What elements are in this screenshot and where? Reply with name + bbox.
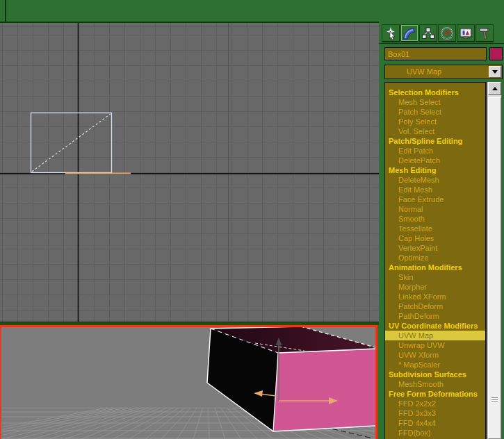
front-viewport-drawing <box>0 23 379 322</box>
grid-line <box>161 408 191 439</box>
modifier-list-item[interactable]: PathDeform <box>385 311 485 321</box>
modifier-list-item[interactable]: Cap Holes <box>385 233 485 243</box>
tab-modify[interactable] <box>400 24 418 42</box>
modifier-list-item[interactable]: FFD 4x4x4 <box>385 418 485 428</box>
grid-line <box>97 408 167 439</box>
modifier-category-header: Mesh Editing <box>385 165 485 175</box>
modifier-list-item[interactable]: Tessellate <box>385 224 485 233</box>
hierarchy-icon <box>421 26 435 40</box>
dropdown-arrow-button[interactable] <box>489 66 501 78</box>
modifier-list-item[interactable]: Poly Select <box>385 117 485 126</box>
modifier-list-scrollbar[interactable] <box>487 82 501 439</box>
modifier-dropdown-value: UVW Map <box>407 67 441 76</box>
perspective-viewport[interactable] <box>0 325 377 439</box>
modifier-list-item[interactable]: FFD(box) <box>385 428 485 438</box>
modifier-dropdown[interactable]: UVW Map <box>384 65 503 79</box>
modifier-list-item[interactable]: UVW Xform <box>385 350 485 360</box>
grid-line <box>113 408 173 439</box>
modifier-dropdown-list: Selection ModifiersMesh SelectPatch Sele… <box>384 82 486 439</box>
modifier-list-item[interactable]: Mesh Select <box>385 97 485 107</box>
display-icon <box>459 26 473 40</box>
modifier-list-item[interactable]: VertexPaint <box>385 243 485 253</box>
tab-create[interactable] <box>382 24 400 42</box>
grid-line <box>49 408 149 439</box>
grid-line <box>177 408 197 439</box>
modifier-category-header: Subdivision Surfaces <box>385 370 485 379</box>
modifier-list-item[interactable]: FFD 2x2x2 <box>385 399 485 408</box>
motion-icon <box>440 26 454 40</box>
grid-line <box>145 408 185 439</box>
grid-line <box>65 408 155 439</box>
modifier-list-item[interactable]: Unwrap UVW <box>385 340 485 350</box>
modifier-list-item[interactable]: UVW Map <box>385 331 485 340</box>
modifier-list-item[interactable]: Edit Patch <box>385 146 485 156</box>
box-front-face[interactable] <box>273 349 377 431</box>
modifier-list-item[interactable]: Skin <box>385 272 485 282</box>
grid-line <box>129 408 179 439</box>
tab-display[interactable] <box>457 24 475 42</box>
object-name-field[interactable] <box>384 47 487 60</box>
modifier-list-item[interactable]: Face Extrude <box>385 194 485 204</box>
grid-line <box>0 408 119 439</box>
modifier-list-item[interactable]: DeletePatch <box>385 156 485 165</box>
grid-line <box>209 408 209 439</box>
modifier-category-header: Selection Modifiers <box>385 88 485 97</box>
modifier-list-item[interactable]: MeshSmooth <box>385 379 485 389</box>
scrollbar-grip <box>491 397 498 403</box>
modifier-list-item[interactable]: Optimize <box>385 253 485 263</box>
modifier-list-item[interactable]: FFD 3x3x3 <box>385 408 485 418</box>
perspective-drawing <box>0 325 377 439</box>
modifier-list-item[interactable]: Vol. Select <box>385 126 485 136</box>
modifier-category-header: Animation Modifiers <box>385 263 485 272</box>
grid-line <box>0 408 125 439</box>
grid-line <box>0 408 107 439</box>
modifier-list-item[interactable]: PatchDeform <box>385 301 485 311</box>
modifier-list-item[interactable]: * MapScaler <box>385 360 485 370</box>
3dsmax-window: UVW Map Selection ModifiersMesh SelectPa… <box>0 0 504 439</box>
command-panel: UVW Map Selection ModifiersMesh SelectPa… <box>379 0 504 439</box>
triangle-up-icon <box>492 84 498 90</box>
object-color-swatch[interactable] <box>489 47 503 60</box>
modifier-list-item[interactable]: Smooth <box>385 214 485 224</box>
grid-line <box>193 408 203 439</box>
modifier-list-item[interactable]: Morpher <box>385 282 485 292</box>
tabs-underline <box>379 43 504 44</box>
titlebar-divider <box>5 0 6 22</box>
tab-utilities[interactable] <box>475 24 494 42</box>
chevron-down-icon <box>492 70 498 76</box>
command-panel-tabs <box>382 24 494 42</box>
modifier-list-item[interactable]: Patch Select <box>385 107 485 117</box>
modifier-list-item[interactable]: Linked XForm <box>385 292 485 301</box>
tab-hierarchy[interactable] <box>419 24 437 42</box>
utilities-icon <box>478 26 491 40</box>
grid-line <box>17 408 137 439</box>
grid-line <box>81 408 161 439</box>
create-icon <box>384 26 398 40</box>
scrollbar-up-button[interactable] <box>488 82 501 95</box>
modifier-category-header: Patch/Spline Editing <box>385 136 485 146</box>
front-viewport[interactable] <box>0 23 379 322</box>
tab-motion[interactable] <box>438 24 456 42</box>
modifier-category-header: UV Coordinate Modifiers <box>385 321 485 331</box>
modifier-list-item[interactable]: Edit Mesh <box>385 185 485 194</box>
modifier-list-item[interactable]: Normal <box>385 204 485 214</box>
modifier-list-item[interactable]: DeleteMesh <box>385 175 485 185</box>
modifier-category-header: Free Form Deformations <box>385 389 485 399</box>
scrollbar-thumb[interactable] <box>488 97 501 439</box>
wireframe-diagonal-edge <box>32 114 111 172</box>
modify-icon <box>403 26 416 40</box>
